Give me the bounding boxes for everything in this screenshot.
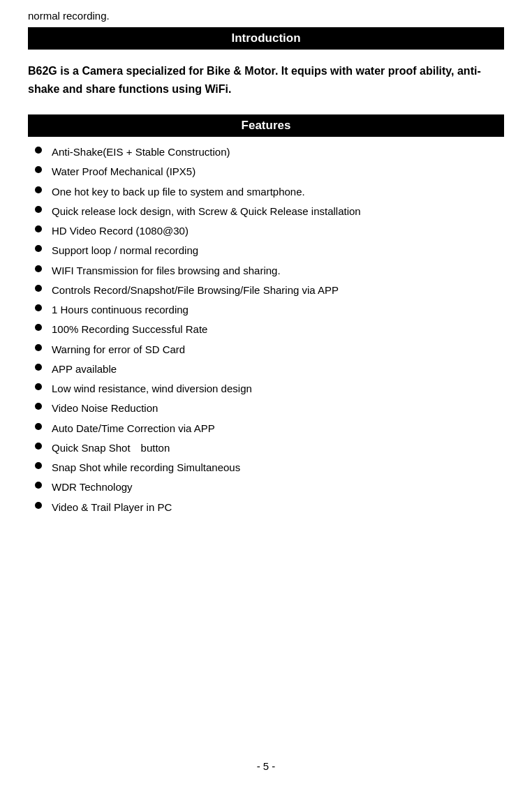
list-item: Warning for error of SD Card	[28, 341, 504, 357]
list-item: Low wind resistance, wind diversion desi…	[28, 380, 504, 396]
list-item: Quick Snap Shot button	[28, 440, 504, 456]
list-item-text: Auto Date/Time Correction via APP	[52, 420, 215, 436]
bullet-icon	[35, 364, 42, 371]
list-item-text: Anti-Shake(EIS + Stable Construction)	[52, 144, 230, 160]
introduction-body: B62G is a Camera specialized for Bike & …	[28, 59, 504, 101]
list-item-text: Low wind resistance, wind diversion desi…	[52, 380, 252, 396]
bullet-icon	[35, 304, 42, 311]
list-item: Auto Date/Time Correction via APP	[28, 420, 504, 436]
list-item-text: Warning for error of SD Card	[52, 341, 185, 357]
bullet-icon	[35, 462, 42, 469]
list-item-text: Quick Snap Shot button	[52, 440, 170, 456]
list-item-text: Video & Trail Player in PC	[52, 499, 172, 515]
page-number: - 5 -	[257, 760, 276, 772]
list-item: APP available	[28, 361, 504, 377]
features-header: Features	[28, 114, 504, 137]
list-item-text: APP available	[52, 361, 117, 377]
bullet-icon	[35, 482, 42, 489]
list-item-text: Snap Shot while recording Simultaneous	[52, 459, 240, 475]
list-item: Video Noise Reduction	[28, 400, 504, 416]
bullet-icon	[35, 166, 42, 173]
bullet-icon	[35, 443, 42, 450]
list-item: Quick release lock design, with Screw & …	[28, 203, 504, 219]
bullet-icon	[35, 147, 42, 154]
list-item-text: WDR Technology	[52, 479, 133, 495]
list-item: 100% Recording Successful Rate	[28, 321, 504, 337]
list-item-text: One hot key to back up file to system an…	[52, 184, 305, 200]
bullet-icon	[35, 186, 42, 193]
list-item: Support loop / normal recording	[28, 242, 504, 258]
list-item: Video & Trail Player in PC	[28, 499, 504, 515]
bullet-icon	[35, 423, 42, 430]
bullet-icon	[35, 324, 42, 331]
page-container: normal recording. Introduction B62G is a…	[0, 0, 532, 786]
list-item-text: Video Noise Reduction	[52, 400, 158, 416]
bullet-icon	[35, 225, 42, 232]
list-item: WDR Technology	[28, 479, 504, 495]
bullet-icon	[35, 285, 42, 292]
list-item: One hot key to back up file to system an…	[28, 184, 504, 200]
bullet-icon	[35, 403, 42, 410]
list-item: 1 Hours continuous recording	[28, 302, 504, 318]
introduction-header: Introduction	[28, 27, 504, 50]
bullet-icon	[35, 206, 42, 213]
bullet-icon	[35, 265, 42, 272]
list-item: Water Proof Mechanical (IPX5)	[28, 163, 504, 179]
bullet-icon	[35, 502, 42, 509]
list-item: WIFI Transmission for files browsing and…	[28, 262, 504, 279]
list-item-text: Water Proof Mechanical (IPX5)	[52, 163, 195, 179]
list-item: Snap Shot while recording Simultaneous	[28, 459, 504, 475]
list-item-text: HD Video Record (1080@30)	[52, 223, 189, 239]
list-item-text: WIFI Transmission for files browsing and…	[52, 262, 281, 279]
bullet-icon	[35, 245, 42, 252]
features-list: Anti-Shake(EIS + Stable Construction)Wat…	[28, 144, 504, 515]
list-item-text: Quick release lock design, with Screw & …	[52, 203, 361, 219]
list-item-text: Controls Record/Snapshot/File Browsing/F…	[52, 282, 339, 298]
bullet-icon	[35, 383, 42, 390]
list-item-text: Support loop / normal recording	[52, 242, 198, 258]
list-item: Controls Record/Snapshot/File Browsing/F…	[28, 282, 504, 298]
list-item-text: 1 Hours continuous recording	[52, 302, 189, 318]
list-item: HD Video Record (1080@30)	[28, 223, 504, 239]
list-item-text: 100% Recording Successful Rate	[52, 321, 207, 337]
top-text: normal recording.	[28, 7, 504, 22]
bullet-icon	[35, 344, 42, 351]
list-item: Anti-Shake(EIS + Stable Construction)	[28, 144, 504, 160]
